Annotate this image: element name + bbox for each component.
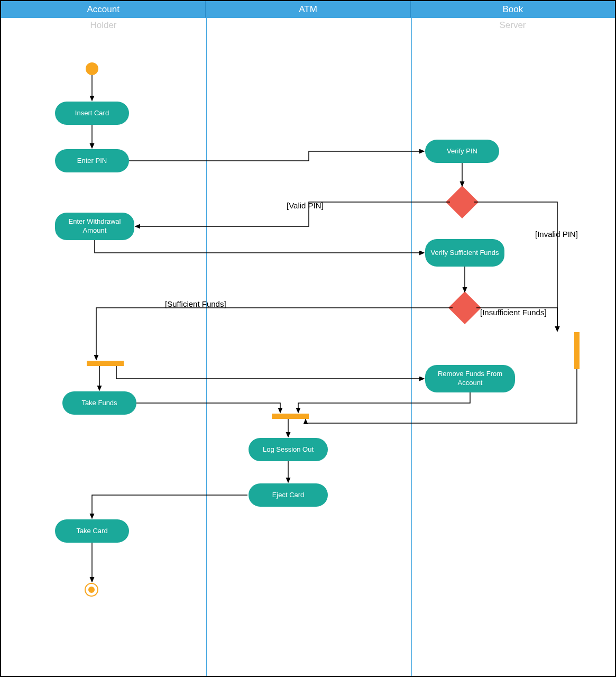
activity-verify-pin: Verify PIN (425, 140, 499, 163)
lane-subheader-atm (206, 19, 410, 31)
lane-header-account: Account (1, 1, 206, 17)
activity-remove-funds: Remove Funds From Account (425, 365, 515, 392)
lane-subheader-server: Server (410, 19, 615, 31)
edge-label-valid-pin: [Valid PIN] (287, 201, 324, 210)
edge-label-invalid-pin: [Invalid PIN] (535, 230, 578, 239)
activity-eject-card: Eject Card (249, 483, 328, 507)
activity-verify-funds: Verify Sufficient Funds (425, 239, 504, 267)
decision-pin (446, 186, 479, 218)
final-node (85, 583, 98, 597)
initial-node (86, 62, 98, 75)
join-bar-middle (272, 414, 309, 419)
activity-log-session-out: Log Session Out (249, 438, 328, 461)
decision-funds (448, 291, 481, 324)
activity-diagram: Account ATM Book Holder Server Insert Ca… (0, 0, 616, 677)
activity-take-funds: Take Funds (62, 391, 136, 415)
swimlane-subheaders: Holder Server (1, 19, 615, 31)
activity-take-card: Take Card (55, 519, 129, 543)
lane-subheader-holder: Holder (1, 19, 206, 31)
join-bar-right (574, 332, 580, 369)
swimlane-headers: Account ATM Book (1, 1, 615, 18)
activity-enter-withdrawal: Enter Withdrawal Amount (55, 213, 134, 240)
edge-label-sufficient-funds: [Sufficient Funds] (165, 299, 226, 308)
activity-insert-card: Insert Card (55, 102, 129, 125)
lane-divider-2 (411, 18, 412, 676)
lane-header-atm: ATM (206, 1, 410, 17)
activity-enter-pin: Enter PIN (55, 149, 129, 172)
fork-bar-left (87, 361, 124, 366)
lane-divider-1 (206, 18, 207, 676)
edge-label-insufficient-funds: [Insufficient Funds] (480, 308, 547, 317)
lane-header-book: Book (411, 1, 615, 17)
